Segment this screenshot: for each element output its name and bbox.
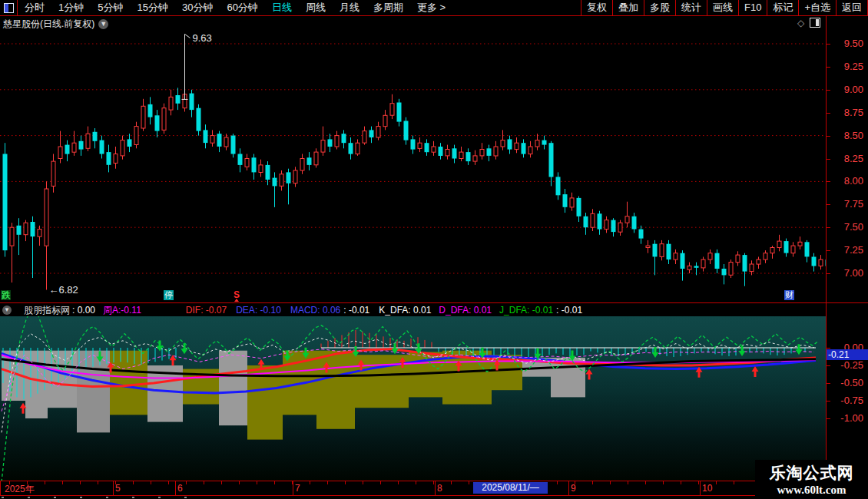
date-label: 7 <box>295 483 300 494</box>
menu-item-复权[interactable]: 复权 <box>581 0 612 15</box>
title-icons: ◇ <box>797 18 820 28</box>
price-tick-label: 8.75 <box>844 107 863 118</box>
date-tick <box>610 481 611 484</box>
menu-item-月线[interactable]: 月线 <box>333 0 366 15</box>
menu-item-更多 >[interactable]: 更多 > <box>410 0 452 15</box>
watermark-url: www.60lt.com <box>777 484 846 497</box>
menu-item-15分钟[interactable]: 15分钟 <box>130 0 174 15</box>
axis-tick <box>827 204 830 205</box>
page-title: 慈星股份(日线.前复权) <box>3 18 94 31</box>
indicator-panel[interactable] <box>0 316 826 481</box>
menu-item-60分钟[interactable]: 60分钟 <box>220 0 264 15</box>
indicator-tick-label: -0.25 <box>840 359 863 371</box>
axis-tick <box>827 44 830 45</box>
indicator-value: K_DFA: 0.01 <box>379 305 431 316</box>
axis-tick <box>827 181 830 182</box>
menu-item-返回[interactable]: 返回 <box>836 0 867 15</box>
event-marker-财[interactable]: 财 <box>784 290 794 300</box>
window-layout-icon[interactable] <box>0 0 18 15</box>
menu-item-周线[interactable]: 周线 <box>299 0 333 15</box>
diamond-icon[interactable]: ◇ <box>797 18 804 28</box>
date-tick <box>310 481 310 484</box>
axis-tick <box>827 348 830 349</box>
menu-item-多周期[interactable]: 多周期 <box>366 0 410 15</box>
right-menu: 复权叠加多股统计画线F10标记+自选返回 <box>581 0 868 15</box>
date-separator <box>113 481 114 495</box>
date-tick <box>681 481 681 484</box>
sell-arrow-icon <box>796 344 803 355</box>
menu-item-叠加[interactable]: 叠加 <box>612 0 644 15</box>
menu-item-1分钟[interactable]: 1分钟 <box>51 0 91 15</box>
date-tick <box>398 481 399 484</box>
menu-item-30分钟[interactable]: 30分钟 <box>175 0 220 15</box>
date-label: 6 <box>177 483 183 494</box>
date-tick <box>698 481 699 484</box>
date-tick <box>628 481 628 484</box>
indicator-tick-label: -0.50 <box>840 377 863 388</box>
indicator-value: MACD: 0.06 <box>290 305 340 316</box>
menu-item-标记[interactable]: 标记 <box>767 0 798 15</box>
axis-tick <box>827 227 830 228</box>
price-tick-label: 8.25 <box>844 153 863 164</box>
indicator-value: 周A:-0.11 <box>103 304 141 317</box>
axis-tick <box>827 365 830 366</box>
event-marker-跌[interactable]: 跌 <box>1 290 11 300</box>
indicator-value: J_DFA: -0.01 <box>499 305 553 316</box>
date-tick <box>257 481 257 484</box>
date-tick <box>363 481 363 484</box>
date-tick <box>645 481 646 484</box>
date-separator <box>435 481 436 495</box>
date-separator <box>175 481 176 495</box>
price-axis: 9.509.259.008.758.508.258.007.757.507.25… <box>826 16 868 495</box>
date-tick <box>416 481 416 484</box>
date-separator <box>0 481 1 495</box>
indicator-tick-label: -1.00 <box>840 412 863 424</box>
menu-item-多股[interactable]: 多股 <box>644 0 675 15</box>
date-tick <box>62 481 63 484</box>
date-tick <box>186 481 187 484</box>
top-menu-bar: 分时1分钟5分钟15分钟30分钟60分钟日线周线月线多周期更多 > 复权叠加多股… <box>0 0 868 16</box>
main-chart-svg: 9.63←6.82 <box>0 16 826 303</box>
menu-item-+自选[interactable]: +自选 <box>798 0 836 15</box>
axis-tick <box>827 418 830 419</box>
menu-item-分时[interactable]: 分时 <box>18 0 51 15</box>
axis-tick <box>827 250 830 251</box>
candlestick-chart[interactable]: 9.63←6.82跌停S财 <box>0 16 826 303</box>
chart-title-bar: 慈星股份(日线.前复权) ▼ <box>3 18 108 29</box>
price-tick-label: 8.00 <box>844 175 863 187</box>
date-tick <box>292 481 293 484</box>
date-tick <box>327 481 328 484</box>
collapse-indicator-icon[interactable]: ▼ <box>2 306 12 315</box>
date-tick <box>663 481 664 484</box>
date-separator <box>293 481 293 495</box>
watermark-title: 乐淘公式网 <box>770 462 854 484</box>
price-tick-label: 7.00 <box>844 267 863 279</box>
chevron-down-icon[interactable]: ▼ <box>98 19 108 29</box>
date-tick <box>380 481 381 484</box>
event-marker-停[interactable]: 停 <box>164 290 174 300</box>
date-tick <box>204 481 204 484</box>
indicator-header: ▼ 股朋指标网: 0.00周A:-0.11DIF: -0.07DEA: -0.1… <box>0 304 826 316</box>
menu-item-日线[interactable]: 日线 <box>265 0 299 15</box>
date-tick <box>451 481 452 484</box>
menu-item-F10[interactable]: F10 <box>738 0 767 15</box>
axis-tick <box>827 159 830 160</box>
menu-item-画线[interactable]: 画线 <box>707 0 738 15</box>
split-view-icon[interactable] <box>810 18 820 28</box>
date-tick <box>239 481 240 484</box>
trading-app-window: 分时1分钟5分钟15分钟30分钟60分钟日线周线月线多周期更多 > 复权叠加多股… <box>0 0 868 499</box>
date-tick <box>557 481 558 484</box>
event-marker-S[interactable]: S <box>234 290 240 300</box>
date-tick <box>221 481 222 484</box>
date-tick <box>345 481 346 484</box>
menu-item-统计[interactable]: 统计 <box>675 0 707 15</box>
axis-tick <box>827 273 830 274</box>
indicator-value: DIF: -0.07 <box>186 305 227 316</box>
sell-arrow-icon <box>739 345 746 356</box>
date-tick <box>98 481 98 484</box>
price-tick-label: 9.50 <box>844 38 863 49</box>
date-label: 8 <box>437 483 442 494</box>
menu-item-5分钟[interactable]: 5分钟 <box>91 0 130 15</box>
price-tick-label: 7.25 <box>844 244 863 256</box>
axis-tick <box>827 136 830 137</box>
